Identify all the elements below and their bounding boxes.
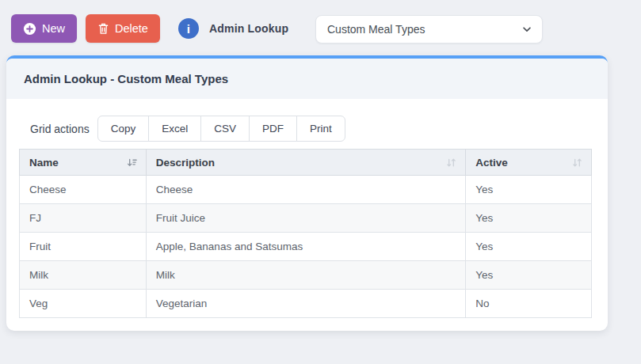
lookup-table: Name Description — [19, 149, 592, 318]
delete-button[interactable]: Delete — [86, 14, 160, 43]
grid-actions-bar: Grid actions Copy Excel CSV PDF Print — [30, 116, 595, 142]
new-button[interactable]: New — [11, 14, 77, 43]
grid-actions-label: Grid actions — [30, 123, 90, 135]
cell-name: Cheese — [20, 176, 147, 204]
sort-unsorted-icon — [445, 157, 457, 169]
lookup-type-selected-value: Custom Meal Types — [327, 23, 425, 36]
table-header-row: Name Description — [20, 150, 592, 176]
print-button[interactable]: Print — [296, 116, 345, 142]
new-button-label: New — [42, 22, 65, 35]
cell-description: Cheese — [146, 176, 465, 204]
copy-button[interactable]: Copy — [97, 116, 150, 142]
table-row[interactable]: Fruit Apple, Bananas and Satsumas Yes — [20, 233, 592, 261]
cell-active: Yes — [466, 176, 592, 204]
cell-active: Yes — [466, 204, 592, 233]
lookup-type-dropdown[interactable]: Custom Meal Types — [315, 15, 543, 44]
column-header-active[interactable]: Active — [466, 150, 592, 176]
cell-active: Yes — [466, 261, 592, 290]
table-header: Name Description — [20, 150, 592, 176]
table-row[interactable]: Cheese Cheese Yes — [20, 176, 592, 204]
excel-button[interactable]: Excel — [148, 116, 201, 142]
card-title: Admin Lookup - Custom Meal Types — [24, 72, 228, 85]
chevron-down-icon — [521, 24, 532, 35]
cell-active: Yes — [466, 233, 592, 261]
table-body: Cheese Cheese Yes FJ Fruit Juice Yes Fru… — [20, 176, 592, 318]
cell-description: Fruit Juice — [146, 204, 465, 233]
card-body: Grid actions Copy Excel CSV PDF Print Na… — [6, 99, 608, 318]
info-icon-glyph: i — [187, 22, 190, 36]
cell-description: Vegetarian — [146, 290, 465, 318]
table-row[interactable]: Milk Milk Yes — [20, 261, 592, 290]
info-icon[interactable]: i — [178, 18, 199, 39]
pdf-button[interactable]: PDF — [249, 116, 297, 142]
column-header-description[interactable]: Description — [146, 150, 465, 176]
delete-button-label: Delete — [115, 22, 148, 35]
csv-button[interactable]: CSV — [200, 116, 250, 142]
cell-name: Veg — [20, 290, 147, 318]
sort-unsorted-icon — [571, 157, 583, 169]
plus-circle-icon — [23, 22, 36, 36]
column-header-active-label: Active — [475, 157, 508, 169]
card-header: Admin Lookup - Custom Meal Types — [6, 59, 608, 99]
table-row[interactable]: Veg Vegetarian No — [20, 290, 592, 318]
toolbar: New Delete i Admin Lookup — [11, 14, 288, 43]
trash-icon — [97, 22, 109, 35]
cell-name: FJ — [20, 204, 147, 233]
cell-name: Fruit — [20, 233, 147, 261]
column-header-description-label: Description — [156, 157, 215, 169]
column-header-name-label: Name — [29, 157, 59, 169]
column-header-name[interactable]: Name — [20, 150, 147, 176]
cell-name: Milk — [20, 261, 147, 290]
cell-description: Milk — [146, 261, 465, 290]
cell-active: No — [466, 290, 592, 318]
sort-descending-icon — [126, 157, 138, 169]
export-button-group: Copy Excel CSV PDF Print — [97, 116, 345, 142]
admin-lookup-label: Admin Lookup — [209, 22, 288, 35]
table-row[interactable]: FJ Fruit Juice Yes — [20, 204, 592, 233]
cell-description: Apple, Bananas and Satsumas — [146, 233, 465, 261]
admin-lookup-card: Admin Lookup - Custom Meal Types Grid ac… — [6, 55, 608, 331]
